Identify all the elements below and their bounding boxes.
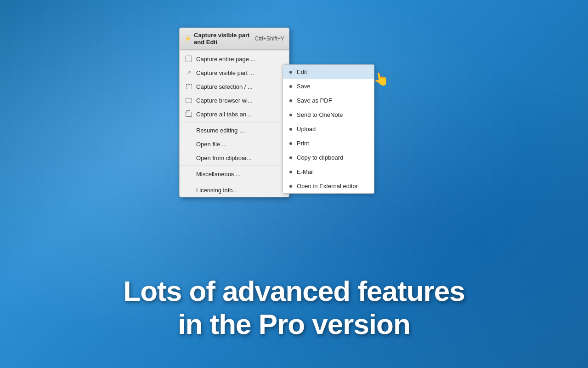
miscellaneous-label: Miscellaneous ... bbox=[196, 171, 241, 178]
submenu-bullet-upload bbox=[289, 128, 292, 131]
open-clipboard-label: Open from clipboar... bbox=[196, 155, 252, 161]
submenu-bullet-open-external bbox=[289, 185, 292, 188]
menu-item-capture-tabs[interactable]: Capture all tabs an... bbox=[180, 107, 289, 121]
submenu-item-save[interactable]: Save bbox=[283, 79, 374, 93]
menu-header-label: Capture visible part and Edit bbox=[194, 32, 254, 46]
submenu-bullet-edit bbox=[289, 71, 292, 74]
submenu-bullet-print bbox=[289, 142, 292, 145]
submenu-bullet-save bbox=[289, 85, 292, 88]
capture-selection-icon bbox=[185, 83, 192, 90]
submenu-send-onenote-label: Send to OneNote bbox=[297, 111, 343, 118]
submenu-item-open-external[interactable]: Open in External editor bbox=[283, 179, 374, 193]
capture-tabs-icon bbox=[185, 110, 192, 118]
capture-tabs-label: Capture all tabs an... bbox=[196, 111, 251, 118]
bottom-text: Lots of advanced features in the Pro ver… bbox=[0, 275, 588, 340]
divider-3 bbox=[180, 166, 289, 166]
divider-4 bbox=[180, 182, 289, 182]
menu-header-left: ⚡ Capture visible part and Edit bbox=[184, 32, 254, 46]
submenu-item-edit[interactable]: Edit bbox=[283, 65, 374, 79]
menu-header[interactable]: ⚡ Capture visible part and Edit Ctrl+Shi… bbox=[180, 28, 289, 50]
capture-selection-label: Capture selection / ... bbox=[196, 83, 253, 90]
submenu-item-send-onenote[interactable]: Send to OneNote bbox=[283, 108, 374, 122]
menu-item-miscellaneous[interactable]: Miscellaneous ... bbox=[180, 167, 289, 181]
menu-item-capture-selection[interactable]: Capture selection / ... bbox=[180, 80, 289, 93]
menu-item-resume-editing[interactable]: Resume editing ... bbox=[180, 123, 289, 137]
open-file-icon bbox=[185, 140, 192, 148]
submenu-item-email[interactable]: E-Mail bbox=[283, 165, 374, 179]
submenu-bullet-email bbox=[289, 171, 292, 173]
menu-item-capture-entire[interactable]: Capture entire page ... bbox=[180, 52, 289, 66]
submenu-upload-label: Upload bbox=[297, 126, 316, 132]
submenu-edit-label: Edit bbox=[297, 69, 307, 75]
capture-browser-label: Capture browser wi... bbox=[196, 97, 253, 104]
capture-visible-icon: ↗ bbox=[185, 69, 192, 76]
capture-visible-edit-icon: ⚡ bbox=[184, 35, 191, 42]
submenu-bullet-save-pdf bbox=[289, 99, 292, 102]
submenu-copy-clipboard-label: Copy to clipboard bbox=[297, 154, 343, 161]
divider-1 bbox=[180, 51, 289, 51]
licensing-label: Licensing info... bbox=[196, 187, 237, 194]
licensing-icon bbox=[185, 186, 192, 194]
resume-editing-label: Resume editing ... bbox=[196, 127, 244, 134]
open-clipboard-icon bbox=[185, 154, 192, 161]
bottom-text-line1: Lots of advanced features bbox=[0, 275, 588, 307]
submenu-item-save-pdf[interactable]: Save as PDF bbox=[283, 93, 374, 108]
menu-item-capture-browser[interactable]: Capture browser wi... bbox=[180, 93, 289, 107]
submenu-item-print[interactable]: Print bbox=[283, 136, 374, 150]
submenu-save-pdf-label: Save as PDF bbox=[297, 97, 332, 104]
bottom-text-line2: in the Pro version bbox=[0, 308, 588, 340]
submenu-print-label: Print bbox=[297, 140, 309, 147]
open-file-label: Open file ... bbox=[196, 141, 226, 148]
resume-editing-icon bbox=[185, 126, 192, 134]
submenu-item-upload[interactable]: Upload bbox=[283, 122, 374, 136]
submenu-open-external-label: Open in External editor bbox=[297, 183, 358, 190]
submenu-item-copy-clipboard[interactable]: Copy to clipboard bbox=[283, 150, 374, 165]
main-menu: ⚡ Capture visible part and Edit Ctrl+Shi… bbox=[179, 28, 289, 197]
submenu: Edit Save Save as PDF Send to OneNote Up… bbox=[283, 64, 374, 194]
capture-entire-label: Capture entire page ... bbox=[196, 56, 255, 63]
menu-item-licensing[interactable]: Licensing info... bbox=[180, 183, 289, 197]
capture-entire-icon bbox=[185, 55, 192, 63]
menu-item-open-clipboard[interactable]: Open from clipboar... bbox=[180, 151, 289, 165]
miscellaneous-icon bbox=[185, 170, 192, 178]
divider-2 bbox=[180, 122, 289, 122]
menu-item-capture-visible[interactable]: ↗ Capture visible part ... bbox=[180, 66, 289, 80]
submenu-bullet-send-onenote bbox=[289, 114, 292, 116]
menu-header-shortcut: Ctrl+Shift+Y bbox=[254, 35, 284, 42]
submenu-save-label: Save bbox=[297, 83, 311, 90]
menu-item-open-file[interactable]: Open file ... bbox=[180, 137, 289, 151]
submenu-email-label: E-Mail bbox=[297, 168, 314, 175]
submenu-bullet-copy-clipboard bbox=[289, 156, 292, 159]
capture-visible-label: Capture visible part ... bbox=[196, 69, 254, 76]
capture-browser-icon bbox=[185, 97, 192, 104]
